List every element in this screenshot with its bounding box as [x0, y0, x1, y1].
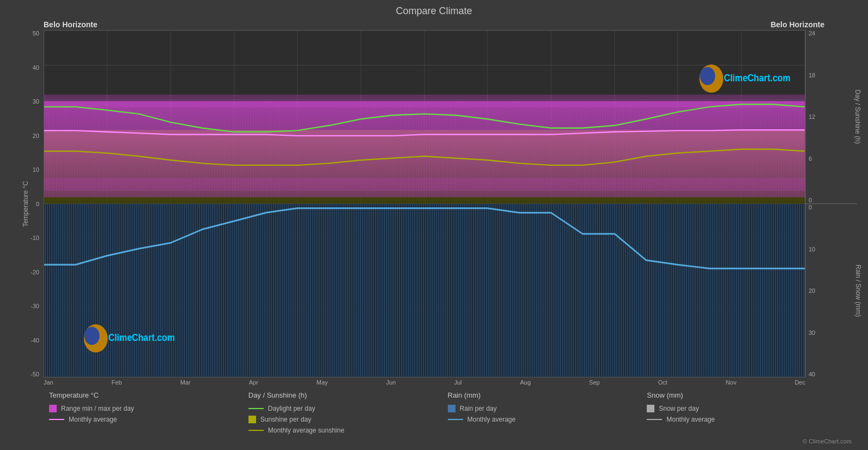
svg-point-33 — [84, 327, 100, 345]
location-right: Belo Horizonte — [770, 20, 824, 29]
copyright: © ClimeChart.com — [11, 438, 857, 445]
svg-text:ClimeChart.com: ClimeChart.com — [724, 72, 790, 84]
month-jun: Jun — [386, 379, 396, 386]
month-sep: Sep — [589, 379, 600, 386]
legend-group-rain: Rain (mm) Rain per day Monthly average — [448, 391, 647, 434]
svg-rect-31 — [44, 178, 805, 191]
sunshine-swatch — [248, 416, 256, 423]
location-left: Belo Horizonte — [44, 20, 98, 29]
legend-item-temp-avg: Monthly average — [49, 416, 243, 423]
month-feb: Feb — [112, 379, 122, 386]
chart-main: ClimeChart.com ClimeChart.com — [44, 30, 805, 377]
sunshine-avg-line — [248, 430, 264, 431]
temp-range-swatch — [49, 405, 57, 412]
legend-area: Temperature °C Range min / max per day M… — [11, 386, 857, 437]
temp-avg-line — [49, 419, 64, 420]
month-aug: Aug — [520, 379, 531, 386]
chart-title: Compare Climate — [11, 5, 857, 17]
chart-wrapper: Temperature °C 50 40 30 20 10 0 -10 -20 … — [11, 30, 857, 377]
legend-group-sunshine: Day / Sunshine (h) Daylight per day Suns… — [248, 391, 448, 434]
y-left-label: Temperature °C — [22, 181, 29, 226]
legend-item-snow: Snow per day — [647, 405, 841, 412]
legend-title-temperature: Temperature °C — [49, 391, 243, 399]
x-axis: Jan Feb Mar Apr May Jun Jul Aug Sep Oct … — [11, 379, 857, 386]
legend-item-daylight: Daylight per day — [248, 405, 442, 412]
location-labels: Belo Horizonte Belo Horizonte — [11, 20, 857, 29]
legend-group-temperature: Temperature °C Range min / max per day M… — [49, 391, 248, 434]
svg-text:ClimeChart.com: ClimeChart.com — [108, 332, 175, 344]
legend-title-rain: Rain (mm) — [448, 391, 642, 399]
legend-item-snow-avg: Monthly average — [647, 416, 841, 423]
month-jul: Jul — [454, 379, 462, 386]
legend-title-sunshine: Day / Sunshine (h) — [248, 391, 442, 399]
main-container: Compare Climate Belo Horizonte Belo Hori… — [0, 0, 868, 450]
snow-avg-line — [647, 419, 662, 420]
snow-swatch — [647, 405, 654, 412]
legend-item-rain: Rain per day — [448, 405, 642, 412]
month-nov: Nov — [726, 379, 737, 386]
svg-rect-30 — [44, 95, 805, 108]
month-dec: Dec — [794, 379, 805, 386]
rain-swatch — [448, 405, 456, 412]
month-mar: Mar — [180, 379, 191, 386]
chart-svg: ClimeChart.com ClimeChart.com — [44, 31, 805, 377]
legend-item-temp-range: Range min / max per day — [49, 405, 243, 412]
legend-title-snow: Snow (mm) — [647, 391, 841, 399]
legend-item-rain-avg: Monthly average — [448, 416, 642, 423]
rain-avg-line — [448, 419, 463, 420]
month-may: May — [317, 379, 328, 386]
daylight-line — [248, 408, 264, 409]
month-apr: Apr — [249, 379, 258, 386]
legend-item-sunshine-avg: Monthly average sunshine — [248, 427, 442, 434]
month-jan: Jan — [44, 379, 53, 386]
legend-item-sunshine: Sunshine per day — [248, 416, 442, 423]
right-axes-container: 24 18 12 6 0 Day / Sunshine (h) 0 10 20 … — [805, 30, 857, 377]
y-axis-left: Temperature °C 50 40 30 20 10 0 -10 -20 … — [11, 30, 44, 377]
month-oct: Oct — [658, 379, 667, 386]
svg-point-36 — [700, 67, 715, 85]
legend-group-snow: Snow (mm) Snow per day Monthly average — [647, 391, 846, 434]
svg-rect-26 — [44, 204, 805, 377]
